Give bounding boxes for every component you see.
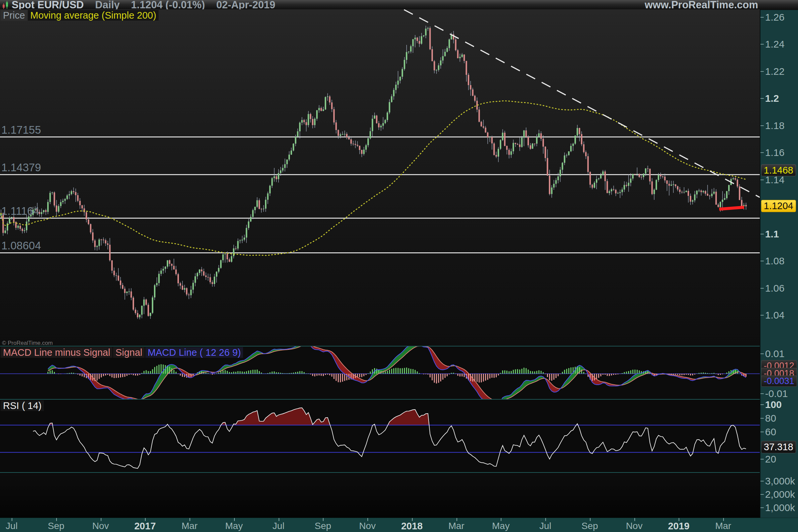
axis-tick-mark	[760, 432, 764, 432]
price-panel-legend: Price Moving average (Simple 200)	[1, 10, 158, 21]
axis-tick-mark	[760, 288, 764, 289]
time-axis-label: 2019	[668, 521, 690, 532]
time-axis-label: 2017	[134, 521, 156, 532]
rsi-axis-tick: 80	[765, 413, 776, 423]
axis-tick-mark	[760, 315, 764, 316]
price-axis-tick: 1.24	[765, 39, 784, 49]
axis-tick-mark	[760, 125, 764, 126]
ma-value-box: 1.1468	[761, 164, 796, 176]
price-axis-tick: 1.2	[765, 93, 779, 103]
time-axis-label: Mar	[715, 521, 731, 531]
axis-tick-mark	[760, 418, 764, 419]
time-axis-label: Jul	[273, 521, 285, 531]
macd-histogram-legend-chip[interactable]: MACD Line minus Signal	[1, 347, 112, 358]
price-level-label: 1.17155	[1, 125, 41, 135]
time-axis[interactable]: JulSepNov2017MarMayJulSepNov2018MarMayJu…	[0, 518, 798, 532]
time-axis-label: Jul	[539, 521, 551, 531]
axis-tick-mark	[760, 234, 764, 234]
volume-axis-tick: 2,000k	[765, 490, 795, 499]
price-axis-tick: 1.26	[765, 12, 784, 22]
rsi-chart-svg	[0, 400, 760, 472]
time-axis-label: Nov	[626, 521, 643, 531]
price-axis-tick: 1.16	[765, 148, 784, 158]
time-axis-label: Sep	[315, 521, 331, 531]
axis-tick-mark	[760, 71, 764, 72]
axis-tick-mark	[760, 481, 764, 481]
axis-tick-mark	[760, 507, 764, 508]
time-axis-label: May	[492, 521, 510, 531]
price-chart-panel[interactable]: Price Moving average (Simple 200) 1.1715…	[0, 9, 760, 346]
macd-axis-tick: 0.01	[765, 349, 784, 359]
axis-tick-mark	[760, 494, 764, 495]
prorealtime-chart-window: Spot EUR/USD Daily 1.1204 (-0.01%) 02-Ap…	[0, 0, 798, 532]
axis-tick-mark	[760, 44, 764, 44]
title-bar: Spot EUR/USD Daily 1.1204 (-0.01%) 02-Ap…	[0, 0, 798, 10]
price-axis-tick: 1.04	[765, 310, 784, 320]
price-axis-tick: 1.22	[765, 66, 784, 76]
axis-tick-mark	[760, 152, 764, 153]
macd-panel[interactable]: MACD Line minus Signal Signal MACD Line …	[0, 346, 760, 399]
copyright-watermark: © ProRealTime.com	[2, 340, 53, 346]
price-level-label: 1.11164	[1, 206, 39, 216]
time-axis-label: May	[225, 521, 243, 531]
last-price-value-box: 1.1204	[761, 200, 796, 212]
volume-axis-tick: 3,000k	[765, 476, 795, 486]
axis-tick-mark	[760, 261, 764, 261]
macd-line-legend-chip[interactable]: MACD Line ( 12 26 9)	[145, 347, 243, 358]
rsi-value-box: 37.318	[761, 441, 796, 453]
price-axis-tick: 1.08	[765, 256, 784, 266]
time-axis-label: Mar	[182, 521, 197, 531]
macd-axis-tick: -0.01	[765, 389, 788, 399]
time-axis-label: 2018	[401, 521, 423, 532]
moving-average-legend-chip[interactable]: Moving average (Simple 200)	[28, 10, 158, 21]
rsi-axis-tick: 100	[765, 400, 782, 410]
time-axis-label: Jul	[6, 521, 18, 531]
time-axis-label: Sep	[582, 521, 598, 531]
axis-tick-mark	[760, 179, 764, 180]
price-axis-tick: 1.18	[765, 121, 784, 131]
price-level-label: 1.08604	[1, 240, 41, 251]
price-axis-tick: 1.1	[765, 229, 779, 239]
axis-tick-mark	[760, 459, 764, 459]
price-chart-svg	[0, 9, 760, 346]
rsi-axis-tick: 20	[765, 454, 776, 464]
price-level-label: 1.14379	[1, 162, 41, 173]
time-axis-label: Nov	[359, 521, 376, 531]
macd-line-value-box: -0.0031	[761, 375, 797, 387]
axis-tick-mark	[760, 98, 764, 99]
rsi-axis-tick: 60	[765, 427, 776, 437]
macd-signal-legend-chip[interactable]: Signal	[113, 347, 145, 358]
time-axis-label: Sep	[48, 521, 64, 531]
axis-tick-mark	[760, 404, 764, 405]
volume-panel[interactable]	[0, 473, 760, 518]
macd-legend: MACD Line minus Signal Signal MACD Line …	[1, 347, 243, 358]
candlestick-icon	[2, 1, 10, 9]
time-axis-label: Nov	[92, 521, 109, 531]
volume-axis-tick: 1,000k	[765, 503, 795, 513]
rsi-legend-chip[interactable]: RSI ( 14)	[1, 400, 44, 411]
price-legend-chip[interactable]: Price	[1, 10, 27, 21]
axis-tick-mark	[760, 354, 764, 354]
axis-tick-mark	[760, 393, 764, 394]
rsi-legend: RSI ( 14)	[1, 400, 44, 411]
rsi-panel[interactable]: RSI ( 14)	[0, 400, 760, 472]
price-axis-tick: 1.06	[765, 283, 784, 293]
axis-tick-mark	[760, 17, 764, 18]
time-axis-label: Mar	[448, 521, 464, 531]
